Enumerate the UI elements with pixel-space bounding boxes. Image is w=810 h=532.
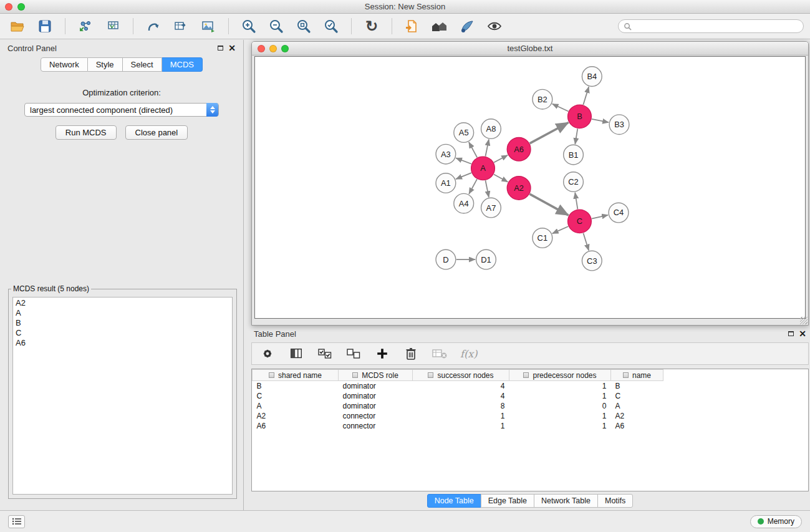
resize-grip[interactable]	[800, 317, 808, 324]
table-cell[interactable]: A2	[253, 411, 339, 421]
table-cell[interactable]: connector	[339, 421, 413, 431]
export-network-button[interactable]	[401, 16, 423, 36]
float-table-panel-icon[interactable]	[788, 331, 794, 336]
panel-list-button[interactable]	[8, 515, 25, 528]
graph-edge-A6-B[interactable]	[530, 123, 569, 143]
graph-edge-C-C4[interactable]	[592, 215, 608, 219]
table-cell[interactable]: C	[611, 391, 663, 401]
network-close-button[interactable]	[258, 45, 265, 52]
save-button[interactable]	[34, 16, 56, 36]
table-cell[interactable]: connector	[339, 411, 413, 421]
tab-motifs[interactable]: Motifs	[597, 494, 633, 508]
network-graph[interactable]: B4B2BB3A5A8A6B1A3AC2A1A2A4A7C4CC1C3DD1	[255, 57, 805, 318]
delete-row-button[interactable]	[403, 346, 419, 362]
criterion-select[interactable]: largest connected component (directed)	[24, 103, 219, 117]
graph-edge-A-A6[interactable]	[494, 155, 508, 163]
deselect-all-button[interactable]	[345, 346, 362, 362]
mcds-result-item[interactable]: C	[13, 328, 232, 338]
graph-edge-A-A2[interactable]	[494, 174, 508, 181]
table-cell[interactable]: 4	[413, 381, 509, 391]
zoom-fit-button[interactable]	[292, 16, 315, 36]
graph-edge-A-A1[interactable]	[456, 173, 471, 179]
table-settings-button[interactable]	[259, 346, 276, 362]
graph-edge-B-B3[interactable]	[592, 119, 609, 122]
table-cell[interactable]: dominator	[339, 391, 413, 401]
graph-edge-B-B1[interactable]	[575, 128, 577, 144]
show-hide-button[interactable]	[483, 16, 506, 36]
table-cell[interactable]: A6	[611, 421, 663, 431]
close-table-panel-icon[interactable]: ✕	[799, 329, 806, 338]
graph-edge-A-A4[interactable]	[469, 179, 477, 194]
table-cell[interactable]: 1	[413, 421, 509, 431]
close-window-button[interactable]	[5, 3, 12, 11]
graph-edge-A-A3[interactable]	[456, 158, 471, 163]
column-header-successor-nodes[interactable]: successor nodes	[413, 370, 509, 381]
table-row[interactable]: A2connector11A2	[253, 411, 663, 421]
table-cell[interactable]: B	[611, 381, 663, 391]
table-row[interactable]: Bdominator41B	[253, 381, 663, 391]
import-network-button[interactable]	[74, 16, 97, 36]
graph-edge-C-C2[interactable]	[575, 193, 577, 210]
select-all-button[interactable]	[317, 346, 333, 362]
zoom-selected-button[interactable]	[320, 16, 342, 36]
graph-edge-A-A5[interactable]	[469, 142, 477, 158]
function-builder-button[interactable]: f(x)	[460, 348, 477, 360]
table-cell[interactable]: 1	[509, 381, 611, 391]
network-from-table-button[interactable]	[170, 16, 192, 36]
style-button[interactable]	[456, 16, 478, 36]
graph-edge-A2-C[interactable]	[530, 194, 569, 215]
table-cell[interactable]: dominator	[339, 381, 413, 391]
table-cell[interactable]: dominator	[339, 401, 413, 411]
table-cell[interactable]: 8	[413, 401, 509, 411]
column-header-name[interactable]: name	[611, 370, 663, 381]
graph-edge-B-B4[interactable]	[583, 87, 589, 105]
table-cell[interactable]: 1	[509, 411, 611, 421]
column-visibility-button[interactable]	[288, 346, 304, 362]
table-cell[interactable]: A	[611, 401, 663, 411]
mcds-result-item[interactable]: A6	[13, 338, 232, 348]
tab-style[interactable]: Style	[88, 57, 123, 72]
delete-table-button[interactable]	[432, 346, 448, 362]
graph-edge-C-C3[interactable]	[583, 233, 589, 251]
close-panel-button[interactable]: Close panel	[125, 125, 188, 140]
tab-network[interactable]: Network	[41, 57, 88, 72]
network-canvas[interactable]: B4B2BB3A5A8A6B1A3AC2A1A2A4A7C4CC1C3DD1	[254, 56, 806, 319]
table-cell[interactable]: C	[253, 391, 339, 401]
network-minimize-button[interactable]	[269, 45, 277, 52]
add-row-button[interactable]	[374, 346, 390, 362]
zoom-out-button[interactable]	[265, 16, 287, 36]
memory-button[interactable]: Memory	[750, 515, 802, 528]
tab-select[interactable]: Select	[123, 57, 162, 72]
tab-network-table[interactable]: Network Table	[534, 494, 598, 508]
column-header-MCDS-role[interactable]: MCDS role	[339, 370, 413, 381]
run-mcds-button[interactable]: Run MCDS	[55, 125, 117, 140]
table-cell[interactable]: 1	[509, 421, 611, 431]
table-cell[interactable]: 0	[509, 401, 611, 411]
graph-edge-C-C1[interactable]	[552, 226, 569, 233]
home-button[interactable]	[428, 16, 451, 36]
table-cell[interactable]: 1	[413, 411, 509, 421]
graph-edge-A-A7[interactable]	[485, 180, 488, 197]
graph-edge-B-B2[interactable]	[552, 104, 569, 111]
column-header-shared-name[interactable]: shared name	[253, 370, 339, 381]
network-zoom-button[interactable]	[281, 45, 289, 52]
table-cell[interactable]: A	[253, 401, 339, 411]
tab-edge-table[interactable]: Edge Table	[481, 494, 534, 508]
mcds-result-item[interactable]: A	[13, 308, 232, 318]
close-panel-icon[interactable]: ✕	[228, 44, 236, 52]
float-panel-icon[interactable]	[218, 46, 223, 51]
tab-mcds[interactable]: MCDS	[162, 57, 203, 72]
zoom-in-button[interactable]	[238, 16, 260, 36]
table-cell[interactable]: 1	[509, 391, 611, 401]
table-row[interactable]: A6connector11A6	[253, 421, 663, 431]
table-cell[interactable]: B	[253, 381, 339, 391]
graph-edge-A-A8[interactable]	[485, 140, 488, 157]
column-header-predecessor-nodes[interactable]: predecessor nodes	[509, 370, 611, 381]
export-image-button[interactable]	[197, 16, 219, 36]
table-row[interactable]: Cdominator41C	[253, 391, 663, 401]
import-table-button[interactable]	[102, 16, 124, 36]
open-button[interactable]	[6, 16, 29, 36]
table-row[interactable]: Adominator80A	[253, 401, 663, 411]
new-network-from-selection-button[interactable]	[142, 16, 165, 36]
tab-node-table[interactable]: Node Table	[427, 494, 481, 508]
